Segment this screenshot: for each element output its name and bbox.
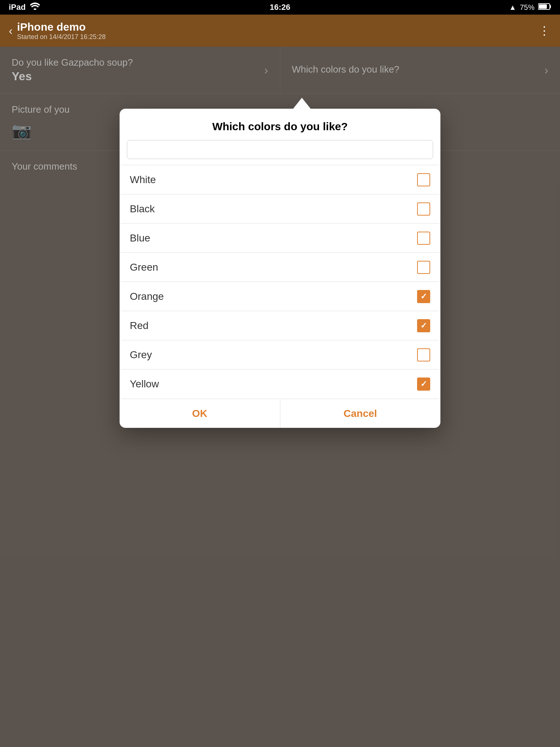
status-left: iPad bbox=[9, 3, 40, 12]
checkbox-blue[interactable] bbox=[417, 232, 430, 245]
modal-buttons: OK Cancel bbox=[120, 399, 440, 428]
modal-container: Which colors do you like? WhiteBlackBlue… bbox=[120, 98, 440, 428]
color-item-orange[interactable]: Orange bbox=[120, 282, 440, 311]
signal-icon: ▲ bbox=[509, 3, 516, 12]
checkbox-black[interactable] bbox=[417, 202, 430, 216]
header-subtitle: Started on 14/4/2017 16:25:28 bbox=[17, 33, 106, 41]
checkbox-orange[interactable] bbox=[417, 290, 430, 303]
header-title-group: iPhone demo Started on 14/4/2017 16:25:2… bbox=[17, 21, 106, 41]
main-content: Do you like Gazpacho soup? Yes › Which c… bbox=[0, 47, 560, 747]
battery-percent: 75% bbox=[520, 3, 534, 12]
header-bar: ‹ iPhone demo Started on 14/4/2017 16:25… bbox=[0, 15, 560, 47]
color-label-grey: Grey bbox=[130, 349, 152, 361]
checkbox-grey[interactable] bbox=[417, 348, 430, 361]
modal-search-box[interactable] bbox=[127, 140, 433, 159]
color-item-black[interactable]: Black bbox=[120, 194, 440, 224]
checkbox-yellow[interactable] bbox=[417, 378, 430, 391]
modal-search-input[interactable] bbox=[132, 144, 428, 155]
svg-rect-1 bbox=[550, 5, 551, 8]
color-item-blue[interactable]: Blue bbox=[120, 224, 440, 253]
modal: Which colors do you like? WhiteBlackBlue… bbox=[120, 109, 440, 428]
color-label-red: Red bbox=[130, 320, 148, 332]
color-item-yellow[interactable]: Yellow bbox=[120, 369, 440, 399]
status-right: ▲ 75% bbox=[509, 3, 551, 12]
color-label-blue: Blue bbox=[130, 232, 150, 244]
color-label-green: Green bbox=[130, 262, 158, 273]
color-label-black: Black bbox=[130, 203, 155, 215]
battery-icon bbox=[538, 3, 551, 12]
header-left: ‹ iPhone demo Started on 14/4/2017 16:25… bbox=[9, 21, 106, 41]
color-item-white[interactable]: White bbox=[120, 165, 440, 194]
ipad-label: iPad bbox=[9, 3, 26, 12]
modal-title: Which colors do you like? bbox=[120, 109, 440, 140]
wifi-icon bbox=[30, 3, 40, 12]
color-item-grey[interactable]: Grey bbox=[120, 340, 440, 369]
svg-rect-2 bbox=[539, 4, 547, 9]
header-title: iPhone demo bbox=[17, 21, 106, 33]
color-label-orange: Orange bbox=[130, 291, 164, 302]
checkbox-white[interactable] bbox=[417, 173, 430, 186]
status-time: 16:26 bbox=[270, 3, 290, 12]
color-list: WhiteBlackBlueGreenOrangeRedGreyYellow bbox=[120, 165, 440, 399]
color-item-red[interactable]: Red bbox=[120, 311, 440, 340]
color-label-white: White bbox=[130, 174, 156, 186]
modal-pointer bbox=[293, 98, 311, 109]
status-bar: iPad 16:26 ▲ 75% bbox=[0, 0, 560, 15]
more-button[interactable]: ⋮ bbox=[538, 24, 551, 38]
ok-button[interactable]: OK bbox=[120, 399, 280, 428]
cancel-button[interactable]: Cancel bbox=[280, 399, 441, 428]
color-label-yellow: Yellow bbox=[130, 378, 159, 390]
modal-overlay: Which colors do you like? WhiteBlackBlue… bbox=[0, 47, 560, 747]
checkbox-green[interactable] bbox=[417, 261, 430, 274]
back-button[interactable]: ‹ bbox=[9, 24, 13, 38]
color-item-green[interactable]: Green bbox=[120, 253, 440, 282]
checkbox-red[interactable] bbox=[417, 319, 430, 332]
